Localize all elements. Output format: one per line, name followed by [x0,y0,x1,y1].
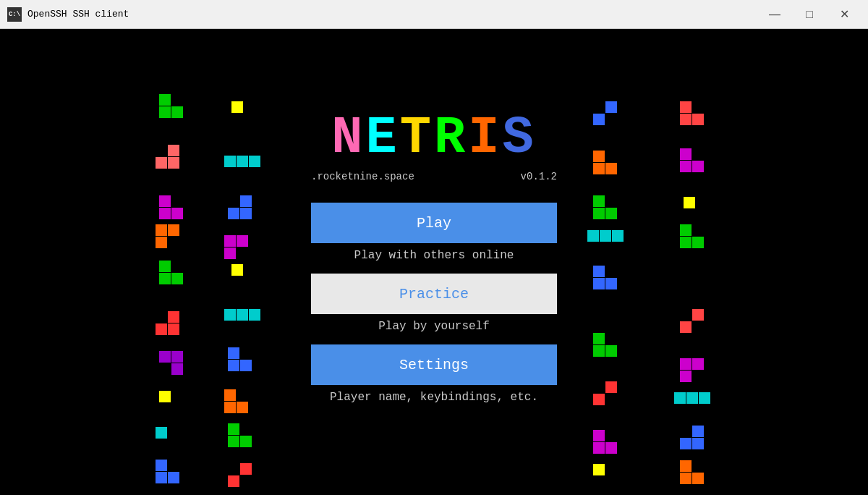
piece-r2-1 [680,101,704,125]
game-title: NETRIS [331,109,536,168]
piece-18 [224,389,248,413]
piece-14 [224,235,248,259]
title-letter-e: E [366,109,400,168]
game-area: NETRIS .rocketnine.space v0.1.2 Play Pla… [0,29,868,495]
piece-r2 [593,151,617,174]
window-controls: — □ ✕ [758,4,861,25]
play-button[interactable]: Play [311,203,557,243]
piece-9 [156,427,179,451]
piece-19 [228,423,252,447]
piece-r2-t [680,358,704,382]
title-letter-r: R [434,109,468,168]
piece-r7 [593,381,617,405]
piece-r2-3 [684,197,695,208]
piece-11 [231,101,243,113]
close-button[interactable]: ✕ [827,4,861,25]
settings-button[interactable]: Settings [311,344,557,385]
piece-8 [159,391,183,415]
piece-10 [156,460,179,483]
piece-r2-5 [680,309,704,333]
piece-r2-4 [680,224,704,248]
piece-r6 [593,333,617,357]
piece-r2-7 [680,426,704,449]
menu-container: NETRIS .rocketnine.space v0.1.2 Play Pla… [311,109,557,415]
piece-7 [159,351,183,375]
title-letter-s: S [502,109,536,168]
piece-16 [224,309,260,321]
piece-12 [224,156,260,167]
maximize-button[interactable]: □ [793,4,826,25]
title-letter-t: T [400,109,434,168]
piece-3 [159,195,183,219]
piece-r1 [593,101,617,125]
app-icon: C:\ [7,7,22,22]
piece-r5 [593,266,617,289]
piece-4 [156,224,179,248]
practice-description: Play by yourself [378,320,490,333]
title-letter-i: I [468,109,502,168]
subtitle-right: v0.1.2 [521,171,557,182]
piece-17 [228,347,252,371]
piece-2 [156,145,179,169]
piece-6 [156,311,179,335]
subtitle-left: .rocketnine.space [311,171,414,182]
piece-r9 [593,464,605,475]
window-title: OpenSSH SSH client [27,9,758,20]
minimize-button[interactable]: — [758,4,791,25]
piece-r8 [593,430,617,454]
piece-r4 [587,230,624,242]
titlebar: C:\ OpenSSH SSH client — □ ✕ [0,0,868,29]
piece-1 [159,94,183,118]
piece-r2-6 [674,392,710,404]
play-description: Play with others online [354,249,514,262]
piece-15 [231,264,243,276]
settings-description: Player name, keybindings, etc. [330,391,538,404]
piece-r2-8 [680,460,704,484]
subtitle-row: .rocketnine.space v0.1.2 [311,171,557,182]
practice-button[interactable]: Practice [311,274,557,314]
piece-r3 [593,195,617,219]
piece-20 [228,463,252,487]
piece-r2-2 [680,148,704,172]
piece-13 [228,195,252,219]
piece-5 [159,261,183,284]
title-letter-n: N [331,109,365,168]
